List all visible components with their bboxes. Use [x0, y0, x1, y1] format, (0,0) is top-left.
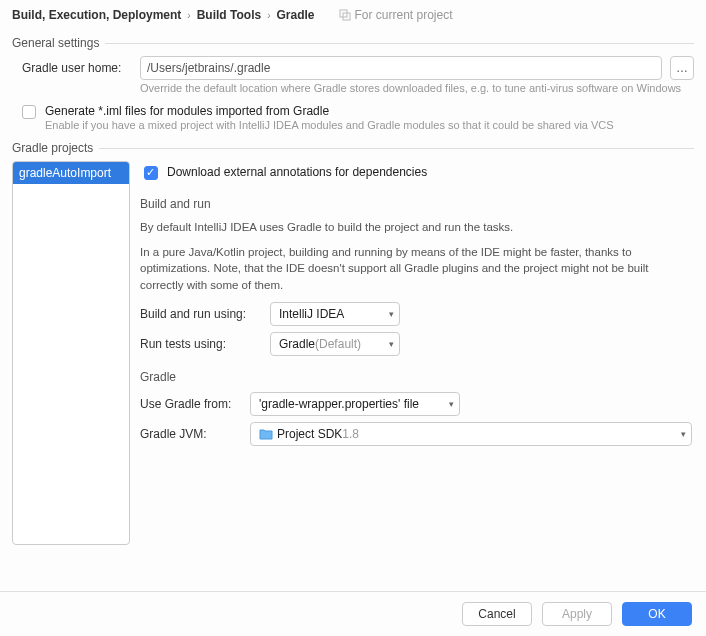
chevron-right-icon: › [267, 10, 270, 21]
ok-button[interactable]: OK [622, 602, 692, 626]
crumb-2: Build Tools [197, 8, 261, 22]
download-annotations-label: Download external annotations for depend… [167, 165, 427, 179]
crumb-3: Gradle [276, 8, 314, 22]
generate-iml-checkbox[interactable] [22, 105, 36, 119]
gradle-jvm-select[interactable]: Project SDK 1.8 ▾ [250, 422, 692, 446]
dialog-button-bar: Cancel Apply OK [0, 591, 706, 636]
tests-using-select[interactable]: Gradle (Default) ▾ [270, 332, 400, 356]
project-list[interactable]: gradleAutoImport [12, 161, 130, 545]
project-scope-hint: For current project [339, 8, 453, 22]
gradle-home-label: Gradle user home: [22, 61, 132, 75]
crumb-1: Build, Execution, Deployment [12, 8, 181, 22]
build-using-select[interactable]: IntelliJ IDEA ▾ [270, 302, 400, 326]
build-run-desc2: In a pure Java/Kotlin project, building … [140, 244, 692, 294]
chevron-down-icon: ▾ [681, 429, 686, 439]
chevron-down-icon: ▾ [389, 309, 394, 319]
chevron-down-icon: ▾ [389, 339, 394, 349]
folder-icon [259, 427, 277, 441]
browse-button[interactable]: … [670, 56, 694, 80]
use-gradle-from-select[interactable]: 'gradle-wrapper.properties' file ▾ [250, 392, 460, 416]
build-using-label: Build and run using: [140, 307, 260, 321]
gradle-home-input[interactable] [140, 56, 662, 80]
cancel-button[interactable]: Cancel [462, 602, 532, 626]
general-settings-title: General settings [12, 36, 694, 50]
gradle-home-hint: Override the default location where Grad… [140, 82, 694, 94]
build-and-run-title: Build and run [140, 197, 692, 211]
gradle-jvm-label: Gradle JVM: [140, 427, 240, 441]
download-annotations-checkbox[interactable] [144, 166, 158, 180]
generate-iml-label: Generate *.iml files for modules importe… [45, 104, 614, 118]
tests-using-label: Run tests using: [140, 337, 260, 351]
copy-icon [339, 9, 351, 21]
gradle-section-title: Gradle [140, 370, 692, 384]
use-gradle-from-label: Use Gradle from: [140, 397, 240, 411]
build-run-desc1: By default IntelliJ IDEA uses Gradle to … [140, 219, 692, 236]
chevron-right-icon: › [187, 10, 190, 21]
generate-iml-hint: Enable if you have a mixed project with … [45, 119, 614, 131]
list-item[interactable]: gradleAutoImport [13, 162, 129, 184]
breadcrumb: Build, Execution, Deployment › Build Too… [0, 0, 706, 28]
gradle-projects-title: Gradle projects [12, 141, 694, 155]
apply-button[interactable]: Apply [542, 602, 612, 626]
chevron-down-icon: ▾ [449, 399, 454, 409]
